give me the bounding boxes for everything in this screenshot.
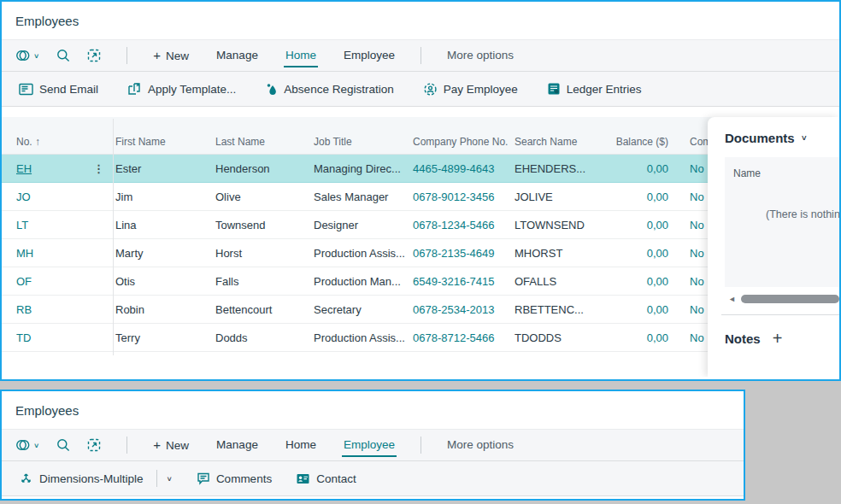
action-bar: Send Email Apply Template... Absence Reg… (2, 72, 839, 107)
action-label: Absence Registration (284, 83, 393, 96)
employee-no-link[interactable]: TD (16, 331, 93, 344)
page-title: Employees (15, 403, 79, 418)
absence-registration-button[interactable]: Absence Registration (265, 82, 393, 96)
tab-home[interactable]: Home (284, 433, 318, 457)
add-note-icon[interactable]: + (773, 330, 783, 347)
search-icon[interactable] (56, 438, 70, 452)
ledger-entries-button[interactable]: Ledger Entries (547, 82, 642, 96)
scroll-left-icon[interactable]: ◄ (728, 295, 736, 303)
notes-title: Notes (725, 331, 761, 346)
page-title-bar: Employees (2, 2, 839, 39)
tab-more-options[interactable]: More options (445, 433, 515, 457)
tab-employee[interactable]: Employee (342, 433, 397, 457)
documents-title: Documents (725, 131, 795, 145)
page-title: Employees (15, 14, 79, 28)
balance-link[interactable]: 0,00 (615, 190, 668, 203)
page-title-bar: Employees (2, 391, 744, 429)
employee-no-link[interactable]: MH (16, 247, 93, 260)
column-header-no[interactable]: No. ↑ (16, 136, 93, 154)
phone-link[interactable]: 0678-2135-4649 (413, 247, 515, 260)
column-header-balance[interactable]: Balance ($) (615, 136, 668, 154)
documents-section-header[interactable]: Documents ∨ (725, 131, 839, 145)
action-label: Dimensions-Multiple (39, 472, 144, 485)
action-bar: Dimensions-Multiple ∨ Comments Contact (2, 461, 744, 496)
chevron-down-icon: ∨ (33, 442, 39, 449)
documents-list: Name (There is nothing (725, 157, 839, 287)
action-label: Send Email (39, 83, 98, 96)
dimensions-multiple-button[interactable]: Dimensions-Multiple ∨ (19, 470, 173, 487)
phone-link[interactable]: 0678-2534-2013 (413, 303, 515, 316)
ribbon-divider (126, 47, 127, 64)
balance-link[interactable]: 0,00 (615, 331, 668, 344)
plus-icon: + (153, 437, 161, 452)
notes-section-header: Notes + (725, 330, 839, 347)
balance-link[interactable]: 0,00 (615, 303, 668, 316)
split-button-divider (156, 470, 157, 487)
employees-card-window: Employees ∨ +New Manage Home Employee Mo… (0, 390, 745, 501)
ribbon-divider (420, 437, 421, 454)
column-header-job-title[interactable]: Job Title (314, 136, 413, 154)
balance-link[interactable]: 0,00 (615, 219, 668, 231)
ribbon-icon-group: ∨ (15, 438, 101, 452)
apply-template-button[interactable]: Apply Template... (127, 82, 236, 96)
horizontal-scrollbar[interactable]: ◄ (725, 295, 839, 303)
phone-link[interactable]: 6549-3216-7415 (413, 275, 515, 288)
employees-list-window: Employees ∨ +New Manage Home Employee Mo… (0, 0, 841, 381)
tab-manage[interactable]: Manage (215, 433, 260, 457)
tab-more-options[interactable]: More options (445, 44, 515, 67)
views-icon[interactable]: ∨ (15, 49, 39, 62)
factbox-pane: Documents ∨ Name (There is nothing ◄ Not… (708, 117, 839, 377)
pay-employee-button[interactable]: Pay Employee (423, 82, 518, 97)
employee-no-link[interactable]: LT (16, 219, 93, 231)
column-header-search-name[interactable]: Search Name (515, 136, 615, 154)
plus-icon: + (153, 48, 161, 62)
scrollbar-thumb[interactable] (741, 295, 839, 303)
column-header-phone[interactable]: Company Phone No. (413, 136, 515, 154)
action-label: Contact (316, 472, 356, 485)
ribbon-icon-group: ∨ (15, 49, 101, 62)
employee-no-link[interactable]: EH (16, 162, 93, 175)
column-header-first-name[interactable]: First Name (115, 136, 215, 154)
pane-divider (721, 314, 839, 315)
column-header-last-name[interactable]: Last Name (215, 136, 314, 154)
phone-link[interactable]: 0678-9012-3456 (413, 190, 515, 203)
chevron-down-icon: ∨ (801, 133, 808, 142)
search-icon[interactable] (56, 49, 70, 62)
tab-new[interactable]: +New (151, 432, 191, 458)
contact-button[interactable]: Contact (296, 472, 356, 485)
ribbon-divider (420, 47, 421, 64)
tab-home[interactable]: Home (284, 44, 318, 67)
phone-link[interactable]: 0678-8712-5466 (413, 331, 515, 344)
comments-button[interactable]: Comments (197, 472, 272, 485)
action-label: Comments (216, 472, 272, 485)
chevron-down-icon: ∨ (33, 52, 39, 60)
tab-employee[interactable]: Employee (342, 44, 397, 67)
ribbon-divider (126, 437, 127, 454)
employee-no-link[interactable]: RB (16, 303, 93, 316)
balance-link[interactable]: 0,00 (615, 162, 668, 175)
ribbon: ∨ +New Manage Home Employee More options (2, 39, 839, 72)
frozen-column-divider (113, 119, 114, 355)
documents-name-header: Name (733, 167, 839, 179)
action-label: Ledger Entries (567, 83, 642, 96)
chevron-down-icon[interactable]: ∨ (167, 475, 173, 483)
action-label: Apply Template... (148, 83, 236, 96)
focus-mode-icon[interactable] (87, 49, 101, 62)
tab-new[interactable]: +New (151, 43, 191, 68)
action-label: Pay Employee (444, 83, 518, 96)
employee-no-link[interactable]: JO (16, 190, 93, 203)
views-icon[interactable]: ∨ (15, 438, 39, 452)
phone-link[interactable]: 4465-4899-4643 (413, 162, 515, 175)
employee-no-link[interactable]: OF (16, 275, 93, 288)
phone-link[interactable]: 0678-1234-5466 (413, 219, 515, 231)
send-email-button[interactable]: Send Email (19, 83, 98, 96)
employees-table: No. ↑ First Name Last Name Job Title Com… (2, 107, 839, 377)
balance-link[interactable]: 0,00 (615, 247, 668, 260)
focus-mode-icon[interactable] (87, 438, 101, 452)
ribbon: ∨ +New Manage Home Employee More options (2, 429, 744, 461)
documents-empty-message: (There is nothing (733, 208, 839, 220)
tab-manage[interactable]: Manage (215, 44, 260, 67)
balance-link[interactable]: 0,00 (615, 275, 668, 288)
